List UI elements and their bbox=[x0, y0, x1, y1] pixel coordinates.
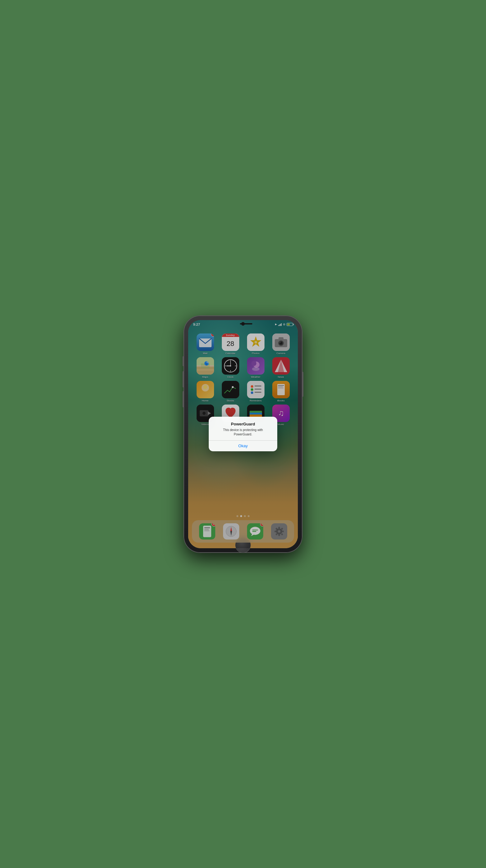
alert-title: PowerGuard bbox=[214, 422, 272, 426]
alert-overlay: PowerGuard This device is protecting wit… bbox=[188, 320, 298, 548]
phone-screen: 9:27 ▶ ⊛ 1 bbox=[188, 320, 298, 548]
alert-dialog: PowerGuard This device is protecting wit… bbox=[209, 417, 277, 452]
alert-message: This device is protecting with PowerGuar… bbox=[214, 428, 272, 437]
volume-down-button[interactable] bbox=[183, 391, 184, 407]
mute-button[interactable] bbox=[183, 356, 184, 366]
alert-okay-button[interactable]: Okay bbox=[209, 440, 277, 451]
phone-device: 9:27 ▶ ⊛ 1 bbox=[184, 316, 302, 553]
power-button[interactable] bbox=[302, 372, 303, 397]
alert-content: PowerGuard This device is protecting wit… bbox=[209, 417, 277, 440]
alert-buttons: Okay bbox=[209, 440, 277, 451]
volume-up-button[interactable] bbox=[183, 371, 184, 388]
